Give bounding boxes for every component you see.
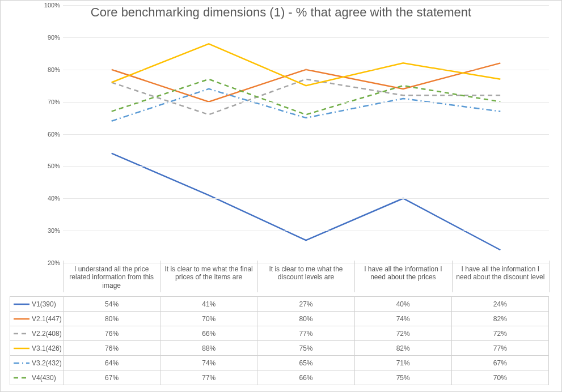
x-category-label: It is clear to me what the discount leve… [260, 265, 352, 282]
series-line [112, 89, 501, 121]
legend-label: V3.1(426) [32, 344, 62, 352]
data-cell: 71% [354, 356, 451, 370]
data-cell: 64% [64, 356, 160, 370]
legend-label: V3.2(432) [32, 359, 62, 367]
table-row: V2.1(447)80%70%80%74%82% [10, 312, 549, 326]
data-cell: 82% [354, 341, 451, 356]
data-cell: 66% [257, 370, 354, 385]
data-cell: 77% [451, 341, 548, 356]
legend-cell: V3.2(432) [10, 356, 64, 370]
chart-container: Core benchmarking dimensions (1) - % tha… [0, 0, 562, 392]
x-divider [160, 263, 160, 292]
series-line [112, 44, 501, 86]
gridline [63, 5, 549, 6]
data-cell: 77% [160, 370, 257, 385]
data-cell: 77% [257, 326, 354, 341]
gridline [63, 263, 549, 263]
x-category-label: I have all the information I need about … [454, 265, 547, 282]
data-cell: 75% [354, 370, 451, 385]
legend-label: V2.1(447) [32, 315, 62, 323]
data-cell: 40% [354, 297, 451, 312]
table-row: V3.2(432)64%74%65%71%67% [10, 356, 549, 370]
data-cell: 27% [257, 297, 354, 312]
legend-label: V1(390) [32, 300, 56, 308]
x-divider [257, 263, 258, 292]
y-tick-label: 100% [43, 2, 60, 8]
gridline [63, 198, 549, 199]
x-tick [549, 261, 550, 263]
legend-swatch-icon [14, 316, 29, 322]
legend-cell: V1(390) [10, 297, 64, 312]
y-tick-label: 20% [43, 259, 60, 266]
series-line [112, 79, 501, 115]
data-cell: 66% [160, 326, 257, 341]
x-category-label: It is clear to me what the final prices … [162, 265, 255, 282]
legend-swatch-icon [14, 360, 29, 366]
gridline [63, 102, 549, 103]
gridline [63, 37, 549, 38]
y-tick-label: 70% [43, 99, 60, 105]
data-cell: 88% [160, 341, 257, 356]
table-row: V4(430)67%77%66%75%70% [10, 370, 549, 385]
legend-label: V2.2(408) [32, 330, 62, 338]
x-tick [354, 261, 355, 263]
gridline [63, 166, 549, 167]
table-row: V2.2(408)76%66%77%72%72% [10, 326, 549, 341]
data-cell: 74% [160, 356, 257, 370]
data-cell: 72% [451, 326, 548, 341]
gridline [63, 231, 549, 231]
data-cell: 54% [64, 297, 160, 312]
data-cell: 72% [354, 326, 451, 341]
data-cell: 76% [64, 326, 160, 341]
table-row: V1(390)54%41%27%40%24% [10, 297, 549, 312]
y-tick-label: 60% [43, 131, 60, 138]
data-cell: 67% [64, 370, 160, 385]
y-tick-label: 90% [43, 34, 60, 41]
data-cell: 67% [451, 356, 548, 370]
x-tick [63, 261, 64, 263]
y-tick-label: 40% [43, 195, 60, 202]
y-tick-label: 50% [43, 163, 60, 169]
legend-cell: V3.1(426) [10, 341, 64, 356]
gridline [63, 134, 549, 135]
legend-swatch-icon [14, 331, 29, 336]
data-cell: 74% [354, 312, 451, 326]
gridline [63, 70, 549, 70]
x-category-label: I have all the information I need about … [357, 265, 449, 282]
y-tick-label: 80% [43, 66, 60, 73]
y-tick-label: 30% [43, 227, 60, 234]
data-cell: 41% [160, 297, 257, 312]
x-tick [452, 261, 453, 263]
plot-area: 20%30%40%50%60%70%80%90%100%I understand… [63, 5, 549, 263]
x-category-label: I understand all the price related infor… [65, 265, 158, 289]
x-divider [549, 263, 550, 292]
data-cell: 80% [257, 312, 354, 326]
legend-swatch-icon [14, 301, 29, 307]
data-table: V1(390)54%41%27%40%24%V2.1(447)80%70%80%… [10, 296, 549, 385]
legend-label: V4(430) [32, 374, 56, 382]
data-cell: 70% [451, 370, 548, 385]
legend-cell: V4(430) [10, 370, 64, 385]
legend-cell: V2.2(408) [10, 326, 64, 341]
data-cell: 82% [451, 312, 548, 326]
series-line [112, 79, 501, 115]
x-divider [354, 263, 355, 292]
data-cell: 76% [64, 341, 160, 356]
x-tick [257, 261, 258, 263]
x-divider [63, 263, 64, 292]
legend-cell: V2.1(447) [10, 312, 64, 326]
series-line [112, 154, 501, 250]
legend-swatch-icon [14, 346, 29, 351]
legend-swatch-icon [14, 375, 29, 381]
data-cell: 65% [257, 356, 354, 370]
data-cell: 75% [257, 341, 354, 356]
data-cell: 24% [451, 297, 548, 312]
data-cell: 70% [160, 312, 257, 326]
x-tick [160, 261, 160, 263]
x-divider [452, 263, 453, 292]
table-row: V3.1(426)76%88%75%82%77% [10, 341, 549, 356]
data-cell: 80% [64, 312, 160, 326]
